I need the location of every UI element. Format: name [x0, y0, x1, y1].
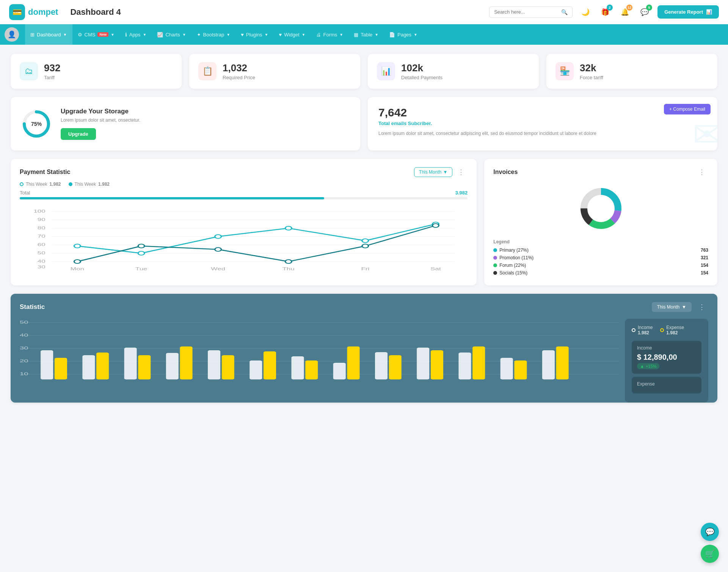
invoices-more-options[interactable]: ⋮: [695, 166, 708, 178]
legend-item-1: This Week 1.982: [20, 182, 61, 187]
storage-description: Lorem ipsum dolor sit amet, onsectetur.: [61, 118, 140, 123]
main-content: 🗂 932 Tariff 📋 1,032 Required Price 📊 10…: [0, 45, 728, 412]
svg-rect-71: [472, 346, 485, 379]
storage-title: Upgrade Your Storage: [61, 108, 140, 115]
svg-rect-52: [82, 355, 95, 379]
svg-text:50: 50: [20, 320, 28, 324]
svg-text:60: 60: [38, 242, 46, 247]
search-input[interactable]: [494, 9, 558, 15]
nav-item-forms[interactable]: 🖨 Forms ▼: [311, 24, 349, 45]
svg-text:Fri: Fri: [361, 266, 369, 271]
upgrade-button[interactable]: Upgrade: [61, 128, 96, 140]
svg-rect-69: [431, 350, 443, 379]
nav-item-plugins[interactable]: ♥ Plugins ▼: [235, 24, 273, 45]
payment-more-options[interactable]: ⋮: [455, 166, 468, 178]
widget-icon: ♥: [279, 32, 282, 38]
pages-icon: 📄: [389, 32, 395, 38]
svg-point-29: [74, 260, 80, 263]
statistic-bar-chart: 50 40 30 20 10: [20, 319, 619, 383]
storage-card: 75% Upgrade Your Storage Lorem ipsum dol…: [11, 97, 360, 150]
nav-item-table[interactable]: ▦ Table ▼: [348, 24, 384, 45]
donut-chart: [493, 184, 708, 233]
expense-legend-item: Expense 1.982: [660, 325, 684, 335]
svg-point-23: [74, 244, 80, 248]
legend-entry-forum: Forum (22%) 154: [493, 263, 708, 268]
chevron-down-icon: ▼: [302, 33, 306, 37]
primary-color: [493, 248, 497, 252]
chevron-down-icon: ▼: [111, 33, 115, 37]
messages-button[interactable]: 💬 5: [638, 5, 651, 19]
chevron-down-icon: ▼: [143, 33, 146, 37]
notifications-badge: 12: [626, 5, 632, 11]
svg-rect-51: [55, 358, 67, 379]
svg-rect-57: [180, 346, 193, 379]
chevron-down-icon: ▼: [339, 33, 343, 37]
force-tariff-value: 32k: [580, 62, 603, 74]
line-chart: 100 90 80 70 60 50 40 30 Mon Tue Wed Thu…: [20, 204, 468, 272]
tariff-label: Tariff: [44, 75, 60, 80]
stat-card-tariff: 🗂 932 Tariff: [11, 54, 182, 89]
nav-item-widget[interactable]: ♥ Widget ▼: [273, 24, 311, 45]
header: 💳 dompet Dashboard 4 🔍 🌙 🎁 2 🔔 12 💬 5 Ge…: [0, 0, 728, 24]
stat-card-detailed-payments: 📊 102k Detalled Payments: [368, 54, 539, 89]
notifications-button[interactable]: 🔔 12: [618, 5, 632, 19]
svg-rect-70: [458, 353, 471, 379]
gift-button[interactable]: 🎁 2: [598, 5, 612, 19]
svg-point-33: [362, 244, 369, 248]
nav-item-apps[interactable]: ℹ Apps ▼: [120, 24, 152, 45]
nav-item-bootstrap[interactable]: ✦ Bootstrap ▼: [191, 24, 236, 45]
statistic-title: Statistic: [20, 303, 45, 311]
svg-rect-73: [514, 360, 527, 379]
income-sidebar: Income 1.982 Expense 1.982 Income $: [625, 319, 708, 403]
svg-text:100: 100: [34, 209, 46, 213]
theme-toggle[interactable]: 🌙: [579, 5, 592, 19]
nav-item-cms[interactable]: ⚙ CMS New ▼: [72, 24, 120, 45]
svg-text:40: 40: [20, 333, 28, 337]
required-price-icon: 📋: [198, 62, 217, 80]
total-value: 3.982: [455, 190, 468, 196]
charts-icon: 📈: [157, 32, 163, 38]
statistic-more-options[interactable]: ⋮: [695, 301, 708, 313]
chevron-down-icon: ▼: [63, 33, 67, 37]
nav-item-dashboard[interactable]: ⊞ Dashboard ▼: [25, 24, 72, 45]
nav-item-charts[interactable]: 📈 Charts ▼: [152, 24, 191, 45]
svg-point-27: [362, 239, 369, 243]
svg-text:40: 40: [38, 259, 46, 263]
search-icon[interactable]: 🔍: [561, 9, 568, 15]
logo: 💳 dompet: [9, 4, 58, 20]
svg-point-30: [138, 244, 144, 248]
generate-report-button[interactable]: Generate Report 📊: [657, 5, 719, 19]
statistic-month-filter[interactable]: This Month ▼: [652, 302, 692, 312]
income-card-title: Income: [637, 345, 696, 351]
plugins-icon: ♥: [241, 32, 244, 38]
detailed-payments-value: 102k: [401, 62, 442, 74]
income-legend-item: Income 1.982: [632, 325, 653, 335]
svg-rect-74: [542, 350, 555, 379]
dropdown-arrow: ▼: [443, 169, 447, 175]
svg-text:Sat: Sat: [430, 266, 441, 271]
this-month-filter[interactable]: This Month ▼: [414, 167, 452, 177]
legend-item-2: This Week 1.982: [69, 182, 110, 187]
stat-cards-grid: 🗂 932 Tariff 📋 1,032 Required Price 📊 10…: [11, 54, 717, 89]
svg-rect-60: [249, 360, 262, 379]
svg-text:20: 20: [20, 359, 28, 363]
required-price-label: Required Price: [223, 75, 255, 80]
svg-point-31: [215, 248, 221, 251]
svg-rect-63: [305, 360, 318, 379]
nav-item-pages[interactable]: 📄 Pages ▼: [384, 24, 423, 45]
email-card: + Compose Email 7,642 Total emails Subcr…: [368, 97, 717, 150]
svg-rect-75: [556, 346, 569, 379]
svg-rect-62: [292, 356, 304, 379]
email-description: Lorem ipsum dolor sit amet, consectetur …: [378, 130, 707, 137]
legend-entry-socials: Socials (15%) 154: [493, 270, 708, 276]
email-bg-icon: ✉: [693, 114, 717, 150]
compose-email-button[interactable]: + Compose Email: [664, 104, 711, 114]
storage-percent: 75%: [31, 121, 42, 127]
stat-card-force-tariff: 🏪 32k Force tariff: [546, 54, 717, 89]
total-label: Total: [20, 190, 30, 196]
svg-rect-67: [389, 355, 402, 379]
svg-rect-54: [124, 348, 137, 379]
expense-card-title: Expense: [637, 381, 696, 387]
chevron-down-icon: ▼: [182, 33, 186, 37]
svg-rect-65: [347, 346, 359, 379]
